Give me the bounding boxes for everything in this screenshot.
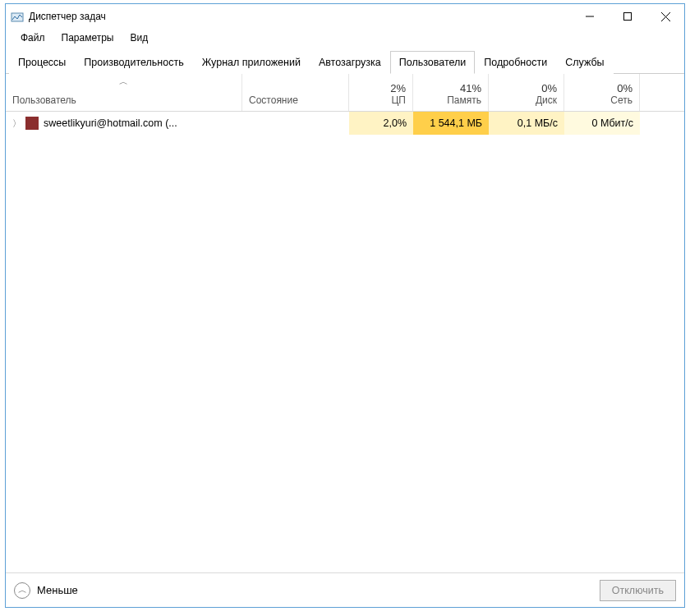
app-icon bbox=[11, 10, 24, 23]
tab-users[interactable]: Пользователи bbox=[390, 51, 476, 74]
cell-user[interactable]: 〉 sweetlikyuri@hotmail.com (... bbox=[6, 112, 242, 135]
tab-startup[interactable]: Автозагрузка bbox=[310, 51, 390, 74]
fewer-details-label: Меньше bbox=[37, 584, 78, 596]
sort-indicator-icon: ︿ bbox=[119, 76, 128, 88]
cell-memory: 1 544,1 МБ bbox=[413, 112, 489, 135]
col-header-state[interactable]: Состояние bbox=[242, 74, 349, 111]
col-header-cpu[interactable]: 2% ЦП bbox=[349, 74, 413, 111]
col-header-user[interactable]: ︿ Пользователь bbox=[6, 74, 242, 111]
expand-icon[interactable]: 〉 bbox=[12, 117, 21, 130]
col-header-state-label: Состояние bbox=[249, 94, 342, 106]
footer: ︿ Меньше Отключить bbox=[6, 572, 684, 607]
col-header-disk-label: Диск bbox=[536, 94, 557, 106]
cell-state bbox=[242, 112, 349, 135]
chevron-up-icon: ︿ bbox=[14, 582, 30, 599]
fewer-details-button[interactable]: ︿ Меньше bbox=[14, 582, 78, 599]
col-header-disk[interactable]: 0% Диск bbox=[489, 74, 564, 111]
titlebar[interactable]: Диспетчер задач bbox=[6, 4, 684, 29]
col-header-cpu-label: ЦП bbox=[391, 94, 406, 106]
tabstrip: Процессы Производительность Журнал прило… bbox=[6, 50, 684, 74]
disk-usage-total: 0% bbox=[541, 82, 557, 94]
col-header-network-label: Сеть bbox=[610, 94, 632, 106]
cell-disk: 0,1 МБ/с bbox=[489, 112, 564, 135]
network-usage-total: 0% bbox=[617, 82, 632, 94]
close-button[interactable] bbox=[646, 4, 684, 29]
menu-file[interactable]: Файл bbox=[12, 30, 53, 46]
memory-usage-total: 41% bbox=[460, 82, 481, 94]
menu-options[interactable]: Параметры bbox=[53, 30, 122, 46]
col-header-user-label: Пользователь bbox=[12, 94, 235, 106]
cell-network: 0 Мбит/с bbox=[564, 112, 640, 135]
cell-cpu: 2,0% bbox=[349, 112, 413, 135]
grid-header: ︿ Пользователь Состояние 2% ЦП 41% Памят… bbox=[6, 74, 684, 112]
maximize-button[interactable] bbox=[609, 4, 646, 29]
tab-app-history[interactable]: Журнал приложений bbox=[193, 51, 310, 74]
svg-rect-0 bbox=[12, 13, 23, 21]
col-header-memory[interactable]: 41% Память bbox=[413, 74, 489, 111]
disconnect-button[interactable]: Отключить bbox=[600, 580, 676, 601]
cpu-usage-total: 2% bbox=[390, 82, 406, 94]
user-row[interactable]: 〉 sweetlikyuri@hotmail.com (... 2,0% 1 5… bbox=[6, 112, 684, 135]
svg-rect-2 bbox=[624, 13, 632, 21]
users-grid: ︿ Пользователь Состояние 2% ЦП 41% Памят… bbox=[6, 74, 684, 572]
col-header-network[interactable]: 0% Сеть bbox=[564, 74, 640, 111]
tab-details[interactable]: Подробности bbox=[475, 51, 556, 74]
tab-performance[interactable]: Производительность bbox=[75, 51, 192, 74]
tab-services[interactable]: Службы bbox=[556, 51, 613, 74]
window-controls bbox=[571, 4, 684, 29]
minimize-button[interactable] bbox=[571, 4, 609, 29]
tab-processes[interactable]: Процессы bbox=[9, 51, 75, 74]
task-manager-window: Диспетчер задач Файл Параметры Вид Проце… bbox=[5, 3, 685, 608]
user-name: sweetlikyuri@hotmail.com (... bbox=[44, 117, 177, 129]
window-title: Диспетчер задач bbox=[29, 11, 106, 22]
col-header-memory-label: Память bbox=[447, 94, 481, 106]
grid-body[interactable]: 〉 sweetlikyuri@hotmail.com (... 2,0% 1 5… bbox=[6, 112, 684, 572]
user-avatar-icon bbox=[25, 117, 39, 130]
menubar: Файл Параметры Вид bbox=[6, 29, 684, 47]
menu-view[interactable]: Вид bbox=[122, 30, 156, 46]
